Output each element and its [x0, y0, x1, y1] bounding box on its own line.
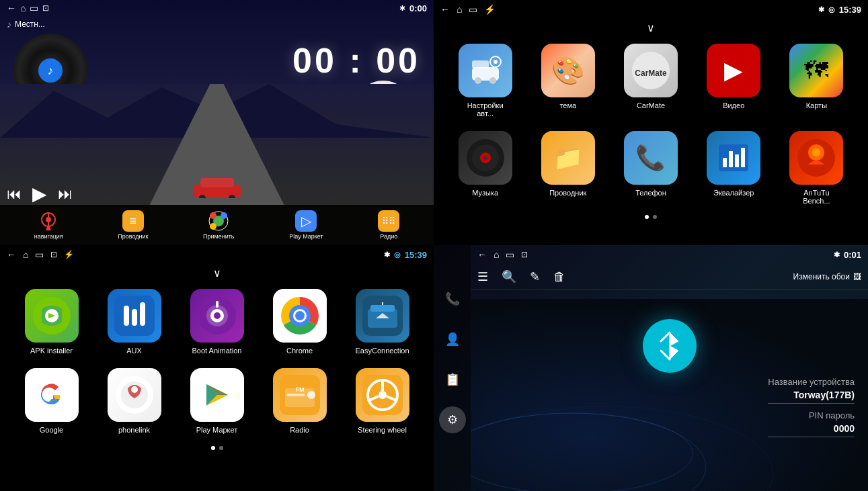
settings-car-icon [459, 44, 512, 97]
q2-recent-icon[interactable]: ▭ [469, 4, 477, 15]
carmate-app[interactable]: CarMate CarMate [613, 44, 688, 118]
recent-icon[interactable]: ▭ [30, 3, 38, 13]
screenshot-icon[interactable]: ⊡ [42, 3, 49, 13]
play-button[interactable]: ▶ [32, 183, 47, 205]
home-icon[interactable]: ⌂ [20, 3, 26, 13]
radio-app[interactable]: FM Radio [262, 368, 338, 434]
settings-car-label: Настройки авт... [459, 101, 512, 118]
music-app[interactable]: Музыка [447, 131, 523, 205]
boot-animation-app[interactable]: Boot Animation [179, 289, 255, 355]
apk-installer-app[interactable]: APK installer [13, 289, 89, 355]
q4-sidebar: 📞 👤 📋 ⚙ [434, 245, 471, 491]
explorer-app[interactable]: 📁 Проводник [530, 131, 606, 205]
chrome-label: Chrome [286, 347, 313, 355]
sidebar-calls-icon[interactable]: 📋 [439, 366, 466, 393]
delete-toolbar-icon[interactable]: 🗑 [553, 270, 565, 284]
svg-text:CarMate: CarMate [635, 69, 667, 78]
app-grid-panel-top: ← ⌂ ▭ ⚡ ✱ ◎ 15:39 ∨ Настрой [434, 0, 868, 245]
svg-point-60 [307, 391, 315, 399]
q4-wallpaper-button[interactable]: Изменить обои 🖼 [793, 272, 861, 281]
song-info: ♪ Местн... [7, 19, 45, 30]
phone-label: Телефон [635, 189, 666, 197]
q2-bluetooth-icon: ✱ [818, 5, 824, 14]
svg-rect-37 [140, 302, 145, 326]
video-label: Видео [723, 101, 744, 109]
music-label: Музыка [472, 189, 498, 197]
search-toolbar-icon[interactable]: 🔍 [502, 269, 516, 284]
q2-chevron-down[interactable]: ∨ [434, 19, 868, 37]
q3-recent-icon[interactable]: ▭ [35, 249, 44, 260]
car-graphic [190, 171, 244, 198]
easycon-svg [362, 296, 403, 336]
radio-icon: FM [273, 368, 327, 422]
playmarket-icon [190, 368, 244, 422]
q2-wifi-icon: ◎ [828, 5, 835, 14]
dot-2 [653, 215, 657, 219]
apply-icon [208, 210, 229, 232]
maps-icon: 🗺 [789, 44, 843, 97]
edit-toolbar-icon[interactable]: ✎ [530, 269, 540, 284]
sidebar-settings-icon[interactable]: ⚙ [439, 406, 466, 433]
q1-nav-icons: ← ⌂ ▭ ⊡ [7, 3, 49, 13]
q3-time-display: 15:39 [405, 250, 427, 260]
phonelink-icon [108, 368, 161, 422]
carmate-svg: CarMate [631, 50, 671, 91]
q4-home-icon[interactable]: ⌂ [494, 249, 499, 260]
q2-page-dots [434, 215, 868, 219]
apply-app-item[interactable]: Применить [203, 210, 235, 240]
phonelink-svg [114, 375, 155, 415]
eq-app[interactable]: Эквалайзер [696, 131, 772, 205]
phone-icon-glyph: 📞 [445, 292, 460, 306]
phonelink-app[interactable]: phonelink [96, 368, 172, 434]
q3-app-grid-row1: APK installer AUX [0, 282, 434, 361]
big-time-display: 00 : 00 [292, 40, 420, 81]
svg-point-46 [295, 311, 305, 320]
radio-app-item[interactable]: ⠿⠿ Радио [378, 210, 399, 240]
apk-installer-icon [25, 289, 79, 343]
apply-app-icon [208, 210, 229, 232]
q4-status-right: ✱ 0:01 [834, 250, 861, 260]
back-icon[interactable]: ← [7, 3, 16, 13]
theme-app[interactable]: 🎨 тема [530, 44, 606, 118]
maps-app[interactable]: 🗺 Карты [779, 44, 855, 118]
antutu-app[interactable]: AnTuTu Bench... [779, 131, 855, 205]
q2-home-icon[interactable]: ⌂ [457, 4, 462, 15]
list-toolbar-icon[interactable]: ☰ [477, 269, 488, 284]
playmarket-icon-glyph: ▷ [301, 213, 311, 229]
pin-label: PIN пароль [768, 410, 855, 420]
phone-app[interactable]: 📞 Телефон [613, 131, 688, 205]
playmarket-app[interactable]: Play Маркет [179, 368, 255, 434]
phone-icon: 📞 [624, 131, 678, 185]
radio-label: Radio [290, 426, 309, 434]
sidebar-contacts-icon[interactable]: 👤 [439, 326, 466, 353]
radio-icon-glyph: ⠿⠿ [382, 216, 395, 226]
q3-back-icon[interactable]: ← [7, 249, 16, 260]
q3-screenshot-icon[interactable]: ⊡ [50, 250, 57, 259]
playmarket-app-item[interactable]: ▷ Play Маркет [289, 210, 323, 240]
explorer-label: Проводник [549, 189, 586, 197]
aux-app[interactable]: AUX [96, 289, 172, 355]
settings-car-app[interactable]: Настройки авт... [447, 44, 523, 118]
video-app[interactable]: ▶ Видео [696, 44, 772, 118]
q4-recent-icon[interactable]: ▭ [506, 249, 514, 260]
navigation-icon [38, 210, 59, 232]
theme-label: тема [559, 101, 576, 109]
easyconnection-app[interactable]: EasyConnection [344, 289, 420, 355]
maps-label: Карты [806, 101, 827, 109]
q4-back-icon[interactable]: ← [477, 249, 487, 260]
google-app[interactable]: Google [13, 368, 89, 434]
music-note-icon: ♪ [7, 19, 11, 30]
explorer-app-item[interactable]: ≡ Проводник [118, 210, 148, 240]
radio-svg: FM [280, 375, 320, 415]
q2-back-icon[interactable]: ← [440, 4, 450, 15]
chrome-app[interactable]: Chrome [262, 289, 338, 355]
q3-home-icon[interactable]: ⌂ [23, 249, 28, 260]
q3-chevron-down[interactable]: ∨ [0, 264, 434, 282]
sidebar-phone-icon[interactable]: 📞 [439, 285, 466, 312]
q4-screenshot-icon[interactable]: ⊡ [521, 250, 528, 259]
prev-button[interactable]: ⏮ [7, 185, 22, 203]
steering-wheel-app[interactable]: Steering wheel [344, 368, 420, 434]
svg-rect-27 [735, 154, 739, 167]
nav-app-item[interactable]: навигация [34, 210, 63, 240]
next-button[interactable]: ⏭ [58, 185, 73, 203]
